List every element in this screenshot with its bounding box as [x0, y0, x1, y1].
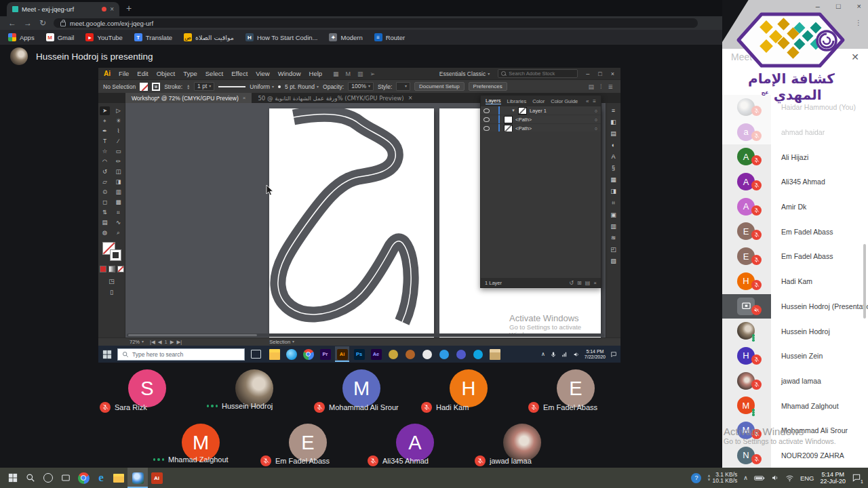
- tool-icon[interactable]: ⌕: [113, 228, 123, 237]
- participant-row[interactable]: Hussein Hodroj: [722, 319, 868, 344]
- visibility-eye-icon[interactable]: [484, 126, 490, 131]
- taskbar-app-icon[interactable]: [403, 346, 417, 362]
- tab-color-guide[interactable]: Color Guide: [551, 98, 578, 104]
- edge-icon[interactable]: e: [92, 468, 110, 488]
- screen-mode-icon[interactable]: ▯: [110, 289, 113, 296]
- participant-row[interactable]: aahmad haidar: [722, 120, 868, 145]
- control-icon[interactable]: ▤: [588, 83, 594, 90]
- bookmark-item[interactable]: ✦Modern: [329, 33, 362, 41]
- dock-panel-icon[interactable]: ≋: [611, 235, 616, 241]
- address-bar[interactable]: meet.google.com/exj-jqeg-urf: [54, 18, 698, 28]
- titlebar-icon[interactable]: ▥: [357, 70, 363, 77]
- document-tab-close[interactable]: ×: [408, 95, 413, 101]
- menu-type[interactable]: Type: [183, 70, 197, 77]
- gradient-button[interactable]: [108, 266, 115, 272]
- menu-file[interactable]: File: [119, 70, 129, 77]
- cortana-icon[interactable]: [39, 468, 57, 488]
- control-icon[interactable]: ≣: [608, 83, 613, 90]
- taskbar-app-icon[interactable]: [284, 346, 298, 362]
- dock-panel-icon[interactable]: ▧: [610, 258, 616, 264]
- tool-icon[interactable]: ▩: [113, 198, 123, 207]
- dock-panel-icon[interactable]: ◧: [610, 119, 616, 125]
- taskbar-app-icon[interactable]: Pr: [318, 346, 332, 362]
- tool-icon[interactable]: ◻: [100, 198, 110, 207]
- tool-icon[interactable]: ⇅: [100, 208, 110, 217]
- file-explorer-icon[interactable]: [110, 468, 127, 488]
- tool-icon[interactable]: ◠: [100, 157, 110, 166]
- participant-tile[interactable]: Hussein Hodroj: [201, 365, 308, 419]
- participant-row[interactable]: MMhamad Zalghout: [722, 393, 868, 418]
- tool-icon[interactable]: ◫: [113, 167, 123, 176]
- participant-tile[interactable]: EEm Fadel Abass: [522, 365, 629, 419]
- clock[interactable]: 5:14 PM 22-Jul-20: [820, 471, 846, 485]
- taskbar-app-icon[interactable]: Ae: [369, 346, 383, 362]
- menu-window[interactable]: Window: [278, 70, 301, 77]
- minimize-button[interactable]: –: [586, 70, 589, 77]
- layers-footer-icon[interactable]: ↺: [569, 280, 574, 286]
- new-tab-button[interactable]: +: [126, 3, 132, 14]
- first-artboard-button[interactable]: |◀: [150, 339, 155, 345]
- taskbar-app-icon[interactable]: [454, 346, 468, 362]
- tool-icon[interactable]: ▷: [113, 106, 123, 115]
- menu-select[interactable]: Select: [205, 70, 223, 77]
- layers-footer-icon[interactable]: ⊞: [577, 280, 582, 286]
- stroke-swatch[interactable]: [152, 83, 160, 91]
- target-icon[interactable]: ○: [595, 126, 597, 131]
- action-center-icon[interactable]: 1: [852, 473, 861, 483]
- forward-button[interactable]: →: [24, 19, 32, 27]
- width-profile-select[interactable]: Uniform: [250, 83, 274, 90]
- tool-icon[interactable]: ✒: [100, 127, 110, 136]
- tray-chevron-icon[interactable]: ∧: [743, 474, 748, 481]
- tool-icon[interactable]: ↺: [100, 167, 110, 176]
- participant-row[interactable]: AAli345 Ahmad: [722, 169, 868, 195]
- panel-menu-icon[interactable]: ≡: [593, 98, 596, 104]
- participant-row[interactable]: HHadi Kam: [722, 269, 868, 294]
- document-tab-inactive[interactable]: ورقة عمل الشهادة الثانوية @ 50% (CMYK/GP…: [252, 93, 418, 103]
- reload-button[interactable]: ↻: [39, 19, 46, 27]
- participant-row[interactable]: jawad lamaa: [722, 369, 868, 394]
- participant-tile[interactable]: AAli345 Ahmad: [361, 419, 469, 473]
- layer-row[interactable]: ▼ Layer 1 ○: [481, 106, 601, 115]
- dock-panel-icon[interactable]: ◐: [612, 142, 615, 148]
- participant-row[interactable]: Hussein Hodroj (Presentation): [722, 294, 868, 319]
- dock-panel-icon[interactable]: ▣: [610, 211, 616, 218]
- expand-arrow-icon[interactable]: ▼: [511, 108, 515, 113]
- opacity-field[interactable]: 100%: [348, 82, 374, 91]
- target-icon[interactable]: ○: [595, 108, 597, 113]
- menu-help[interactable]: Help: [309, 70, 323, 77]
- clock[interactable]: 5:14 PM 7/22/2020: [585, 349, 606, 360]
- menu-edit[interactable]: Edit: [137, 70, 148, 77]
- dock-panel-icon[interactable]: A: [611, 153, 615, 160]
- collapse-icon[interactable]: «: [586, 98, 589, 104]
- mic-tray-icon[interactable]: [550, 351, 557, 358]
- color-button[interactable]: [100, 266, 106, 272]
- action-center-icon[interactable]: [610, 351, 617, 358]
- restore-button[interactable]: □: [598, 70, 601, 77]
- chrome-icon[interactable]: [75, 468, 92, 488]
- bookmark-item[interactable]: MGmail: [46, 33, 75, 41]
- none-button[interactable]: [117, 266, 124, 272]
- zoom-level-select[interactable]: 72%: [130, 339, 144, 345]
- taskbar-app-icon[interactable]: [301, 346, 315, 362]
- battery-icon[interactable]: [754, 475, 765, 481]
- titlebar-icon[interactable]: M: [346, 70, 351, 77]
- target-icon[interactable]: ○: [595, 117, 597, 122]
- last-artboard-button[interactable]: ▶|: [176, 339, 182, 345]
- next-artboard-button[interactable]: ▶: [170, 339, 174, 345]
- preferences-button[interactable]: Preferences: [469, 82, 507, 91]
- titlebar-icon[interactable]: ➢: [370, 70, 376, 77]
- tool-icon[interactable]: ▱: [100, 178, 110, 186]
- menu-effect[interactable]: Effect: [231, 70, 248, 77]
- bookmark-item[interactable]: HHow To Start Codin...: [245, 33, 318, 41]
- speaker-tray-icon[interactable]: [573, 351, 580, 358]
- panel-close-button[interactable]: ✕: [851, 52, 859, 62]
- tool-icon[interactable]: ∕: [113, 137, 123, 146]
- workspace-switcher[interactable]: Essentials Classic: [439, 70, 490, 77]
- illustrator-taskbar-icon[interactable]: Ai: [148, 468, 165, 488]
- task-view-icon[interactable]: [251, 350, 261, 359]
- tool-icon[interactable]: ✳: [113, 117, 123, 125]
- tool-icon[interactable]: ⊙: [100, 188, 110, 197]
- document-setup-button[interactable]: Document Setup: [414, 82, 465, 91]
- tool-icon[interactable]: ∿: [113, 218, 123, 227]
- close-button[interactable]: ×: [611, 70, 614, 77]
